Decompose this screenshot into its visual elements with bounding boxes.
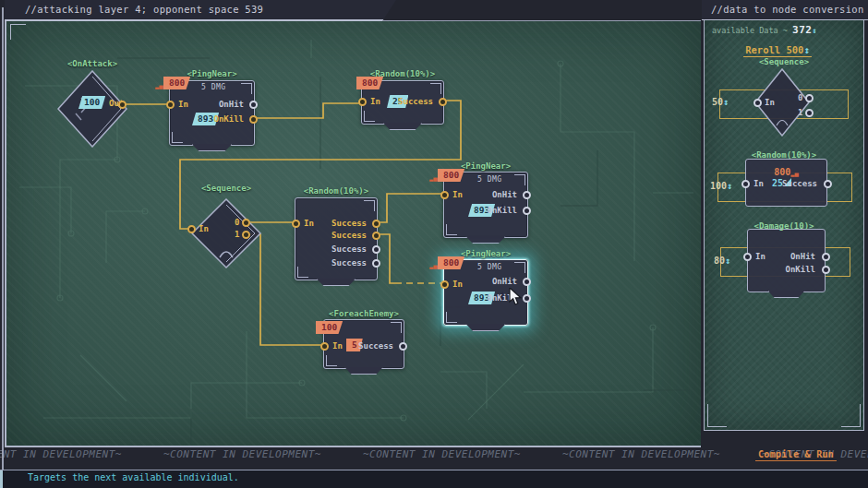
port-in[interactable] [187,225,196,233]
port-in-label: In [452,280,463,289]
status-bar: Targets the next available individual. [0,470,868,488]
port-in-label: In [178,100,188,109]
port-success-4[interactable] [372,259,380,268]
port-in-label: In [332,341,343,351]
panel-header-title: //data to node conversion [702,4,864,15]
corner-decoration [364,200,375,211]
port-in[interactable] [440,280,449,289]
port-onhit[interactable] [523,191,531,199]
frame-left-line [2,7,4,470]
corner-decoration [326,355,337,366]
bars-icon [429,174,437,182]
attack-header-bar: //attacking layer 4; opponent space 539 [5,0,396,21]
compile-run-button[interactable]: Compile & Run [755,449,837,461]
damage-label: 5 DMG [477,175,502,184]
dev-notice: ~CONTENT IN DEVELOPMENT~ [363,448,521,460]
port-onhit-label: OnHit [492,190,517,199]
port-onhit-label: OnHit [219,100,244,109]
corner-decoration [446,224,457,235]
port-in[interactable] [741,180,750,188]
port-in[interactable] [753,99,762,107]
corner-decoration [430,83,441,94]
port-success-2[interactable] [372,232,380,240]
available-data-label: available Data ~ [712,26,788,35]
node-foreachenemy[interactable]: <ForeachEnemy> 100 In 5 Success [323,319,404,369]
panel-corner-bracket [707,404,727,427]
template-sequence-cost: 50↕ [712,97,729,107]
port-onhit[interactable] [249,101,258,109]
port-0[interactable] [805,94,814,102]
port-onkill[interactable] [523,207,531,215]
template-node-random[interactable]: 800 In 25 Success [745,159,827,207]
mouse-cursor [509,288,522,305]
port-0-label: 0 [798,93,802,102]
price-tag: 800 [356,77,383,89]
node-pingnear-2[interactable]: <PingNear> 800 5 DMG In OnHit 893 OnKill [443,172,528,238]
port-in[interactable] [166,101,175,109]
price-tag: 800 [163,77,190,89]
node-shop-panel: available Data ~ 372↕ Reroll 500↕ <Seque… [704,19,864,431]
node-onattack[interactable]: <OnAttack> 100 Out [57,70,127,148]
template-node-sequence[interactable]: In 0 1 [754,68,810,137]
port-onkill[interactable] [523,294,531,303]
bars-icon [429,262,437,269]
template-node-damage[interactable]: In OnHit OnKill [747,229,826,292]
corner-decoration [364,111,375,122]
port-onkill[interactable] [249,115,258,124]
node-title: <Random(10%)> [325,69,480,78]
port-in-label: In [765,98,775,107]
port-success-3[interactable] [372,245,380,254]
port-onkill-label: OnKill [213,114,244,124]
port-in-label: In [304,219,314,228]
panel-header-bar: //data to node conversion [702,0,868,20]
port-success-1[interactable] [372,220,380,228]
port-success[interactable] [824,180,832,188]
damage-label: 5 DMG [477,263,502,271]
available-data-row: available Data ~ 372↕ [712,24,817,36]
dev-notice: ~CONTENT IN DEVELOPMENT~ [163,448,321,460]
port-in-label: In [452,190,463,199]
port-in[interactable] [743,253,752,261]
port-onhit[interactable] [523,278,531,286]
port-in[interactable] [292,220,300,228]
node-graph-canvas[interactable]: <OnAttack> 100 Out <PingNear> 800 5 DMG … [5,20,701,447]
corner-decoration [297,267,308,278]
bars-icon [155,82,163,89]
node-title: <OnAttack> [20,59,164,68]
port-0-label: 0 [235,218,239,227]
port-onhit[interactable] [822,253,830,261]
value-tag: 100 [78,96,105,109]
price-tag: 800 [438,169,464,182]
port-1-label: 1 [235,230,239,239]
port-in[interactable] [358,98,367,106]
price-tag: 100 [316,321,343,334]
reroll-label: Reroll 500 [745,44,803,55]
node-random-1[interactable]: <Random(10%)> 800 In 25 Success [361,80,444,125]
port-in-label: In [753,179,764,188]
diamond-shape [754,68,810,137]
port-out[interactable] [118,101,127,109]
port-in[interactable] [440,191,449,199]
port-1-label: 1 [798,108,802,117]
port-success[interactable] [399,342,407,351]
port-0[interactable] [242,219,250,227]
port-1[interactable] [805,109,814,117]
data-currency-icon: ↕ [812,26,816,35]
status-bar-accent [0,470,3,488]
corner-decoration [446,312,457,323]
attack-header-title: //attacking layer 4; opponent space 539 [5,4,263,15]
port-success[interactable] [439,98,447,106]
port-in[interactable] [320,342,329,351]
node-title: <PingNear> [407,161,564,171]
diamond-shape [191,198,261,276]
port-onkill[interactable] [822,266,830,274]
node-sequence[interactable]: <Sequence> In 0 1 [191,191,261,268]
reroll-button[interactable]: Reroll 500↕ [705,44,850,55]
node-pingnear-1[interactable]: <PingNear> 800 5 DMG In OnHit 893 OnKill [169,80,255,146]
node-title: <PingNear> [133,69,291,78]
port-1[interactable] [242,231,250,239]
template-price: 800 [774,167,790,177]
port-success-label: Success [782,179,817,188]
node-random-2[interactable]: <Random(10%)> In Success Success Success… [295,197,378,280]
template-random-cost: 100↕ [710,181,732,191]
